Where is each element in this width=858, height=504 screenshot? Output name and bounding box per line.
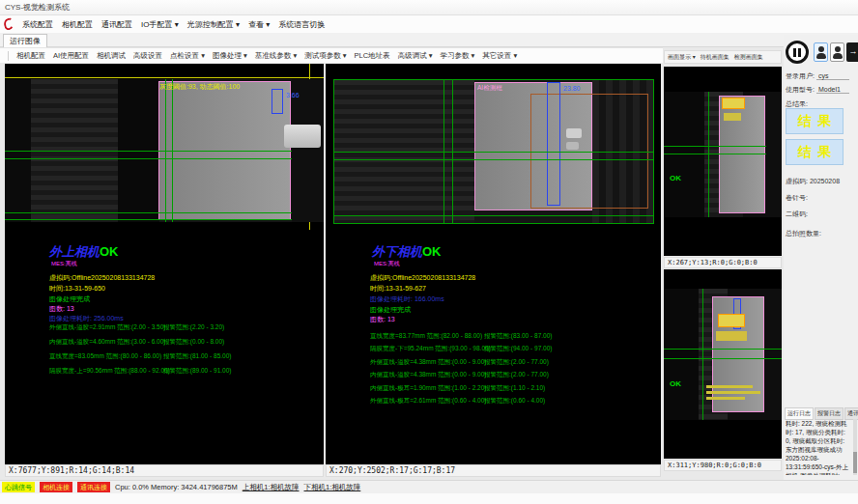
- menu-comm-config[interactable]: 通讯配置: [101, 19, 132, 30]
- capture-time: 时间:13-31-59-650: [49, 284, 105, 294]
- control-panel: → 登录用户: cys 使用型号: Model1 总结果: 结果 结果 虚拟码:…: [784, 35, 858, 480]
- result-ok: OK: [100, 244, 119, 259]
- menu-system-config[interactable]: 系统配置: [22, 19, 53, 30]
- right-camera-viewport[interactable]: AI检测框 23.80 外下相机OK MES:离线 虚拟码:Offline202…: [326, 64, 661, 464]
- camera-link-status-badge: 相机连接: [40, 482, 72, 492]
- tool-ai-use-config[interactable]: AI使用配置: [53, 51, 89, 61]
- tool-advanced-settings[interactable]: 高级设置: [133, 51, 162, 61]
- model-value: Model1: [816, 86, 849, 94]
- right-camera-pixel-info: X:270;Y:2502;R:17;G:17;B:17: [326, 464, 661, 477]
- exit-icon: →: [849, 46, 858, 56]
- tool-learn-params[interactable]: 学习参数 ▾: [440, 51, 474, 61]
- menu-camera-config[interactable]: 相机配置: [62, 19, 93, 30]
- measure-row: 内侧直线-溢胶=4.60mm 范围:(3.00 - 6.00)报警范围:(0.0…: [49, 338, 310, 347]
- measure-row: 隔膜宽度-上=90.56mm 范围:(88.00 - 92.00)报警范围:(8…: [49, 367, 310, 376]
- tool-camera-config[interactable]: 相机配置: [16, 51, 45, 61]
- camera-name: 外下相机: [372, 244, 422, 259]
- window-title: CYS-视觉检测系统: [5, 3, 70, 12]
- pin-number-label: 卷针号:: [786, 193, 808, 203]
- status-bar: 心跳信号 相机连接 通讯连接 Cpu: 0.0% Memory: 3424.41…: [0, 480, 858, 493]
- mes-note: MES:离线: [374, 260, 400, 268]
- pause-button[interactable]: [786, 41, 809, 64]
- log-scrollbar[interactable]: [853, 419, 857, 475]
- metal-glint: [566, 128, 582, 138]
- thumbnail1-pixel-info: X:267;Y:13;R:0;G:0;B:0: [664, 257, 782, 268]
- exit-button[interactable]: →: [846, 42, 858, 62]
- connector-part: [284, 125, 321, 148]
- threshold-label: 灰度阈值:93, 动态阈值:100: [159, 82, 240, 92]
- defect-highlight: [716, 331, 747, 341]
- frame-count: 图数: 13: [49, 304, 74, 314]
- process-elapsed: 图像处理耗时: 256.00ms: [49, 314, 124, 323]
- shot-count-label: 总拍照数量:: [786, 229, 821, 238]
- tab-run-image[interactable]: 运行图像: [3, 34, 47, 47]
- menu-light-config[interactable]: 光源控制配置 ▾: [187, 19, 240, 30]
- user-mode-button[interactable]: [830, 42, 844, 62]
- measure-tag: 23.80: [563, 85, 581, 92]
- camera-result-title: 外上相机OK: [49, 243, 119, 261]
- defect-highlight: [724, 113, 741, 121]
- window-footer: [0, 493, 858, 504]
- camera1-fault-warning: 上相机1:相机故障: [243, 483, 300, 492]
- user-mode-button-active[interactable]: [814, 42, 828, 62]
- camera-result-title: 外下相机OK: [372, 243, 442, 261]
- ai-detect-box-label: AI检测框: [477, 84, 502, 93]
- result-box-upper: 结果: [786, 108, 844, 134]
- menu-io-config[interactable]: IO手配置 ▾: [141, 19, 179, 30]
- virtual-code-value: 20250208: [810, 178, 840, 184]
- measure-roi-box: [272, 89, 283, 114]
- user-icon: [818, 46, 824, 52]
- menu-language-switch[interactable]: 系统语言切换: [278, 19, 325, 30]
- left-camera-image: 3.66 灰度阈值:93, 动态阈值:100: [5, 79, 324, 222]
- defect-highlight: [722, 98, 745, 109]
- thumbnail2-pixel-info: X:311;Y:980;R:0;G:0;B:0: [664, 460, 782, 471]
- login-user-value: cys: [816, 72, 849, 80]
- left-camera-viewport[interactable]: 3.66 灰度阈值:93, 动态阈值:100 外上相机OK MES:离线 虚拟码…: [5, 64, 324, 464]
- window-titlebar: CYS-视觉检测系统: [0, 0, 858, 15]
- app-logo-icon: [3, 16, 14, 31]
- thumbnail-camera-1[interactable]: OK: [664, 67, 782, 256]
- log-text: 耗时: 222, 瑕疵检测耗时: 17, 瑕疵分类耗时: 0, 瑕疵截取分区耗时…: [786, 419, 851, 475]
- tab-row: 运行图像: [0, 33, 858, 47]
- measure-tag: 3.66: [286, 92, 300, 98]
- user-icon: [835, 46, 841, 52]
- process-done: 图像处理完成: [370, 305, 411, 315]
- log-scrollbar-thumb[interactable]: [853, 452, 857, 473]
- camera2-fault-warning: 下相机1:相机故障: [304, 483, 361, 492]
- tool-bar: 相机配置 AI使用配置 相机调试 高级设置 点检设置 ▾ 图像处理 ▾ 基准线参…: [0, 47, 663, 63]
- tool-plc-address[interactable]: PLC地址表: [355, 51, 390, 61]
- measure-row: 外侧直线-溢胶=4.38mm 范围:(0.00 - 9.00)报警范围:(2.0…: [370, 358, 641, 367]
- tool-other-settings[interactable]: 其它设置 ▾: [482, 51, 517, 61]
- right-camera-image: AI检测框 23.80: [333, 79, 654, 224]
- measure-row: 隔膜宽度-下=95.24mm 范围:(93.00 - 98.00)报警范围:(9…: [370, 345, 641, 353]
- tool-advanced-debug[interactable]: 高级调试 ▾: [398, 51, 433, 61]
- mes-note: MES:离线: [51, 260, 77, 268]
- comm-link-status-badge: 通讯连接: [77, 482, 110, 492]
- menu-view[interactable]: 查看 ▾: [248, 19, 270, 30]
- thumbnail-toolbar: 画面显示 ▾ 待机画面集 检测画面集: [664, 50, 782, 64]
- result-ok: OK: [422, 244, 442, 259]
- left-camera-pixel-info: X:7677;Y:891;R:14;G:14;B:14: [5, 464, 324, 477]
- process-done: 图像处理完成: [49, 294, 90, 304]
- defect-highlight: [718, 314, 745, 327]
- tool-spot-check[interactable]: 点检设置 ▾: [170, 51, 205, 61]
- tool-test-params[interactable]: 测试项参数 ▾: [304, 51, 346, 61]
- overlay-text-lines: [706, 385, 753, 388]
- capture-time: 时间:13-31-59-627: [370, 284, 426, 294]
- tool-camera-debug[interactable]: 相机调试: [97, 51, 126, 61]
- thumb-view-select[interactable]: 画面显示 ▾: [668, 53, 696, 62]
- virtual-code: 虚拟码:Offline20250208133134728: [49, 273, 155, 283]
- frame-count: 图数: 13: [370, 315, 395, 324]
- qr-code-label: 二维码:: [786, 210, 808, 219]
- toolbar-separator: [8, 51, 9, 61]
- tool-image-process[interactable]: 图像处理 ▾: [213, 51, 247, 61]
- tool-baseline-params[interactable]: 基准线参数 ▾: [255, 51, 297, 61]
- model-field: 使用型号: Model1: [786, 85, 849, 95]
- cpu-memory-readout: Cpu: 0.0% Memory: 3424.41796875M: [115, 483, 238, 491]
- calibration-line-h: [5, 77, 324, 78]
- process-elapsed: 图像处理耗时: 166.00ms: [370, 294, 444, 304]
- thumbnail-camera-2[interactable]: OK: [664, 269, 782, 459]
- thumb-standby-set[interactable]: 待机画面集: [701, 53, 729, 62]
- metal-glint: [566, 142, 579, 150]
- thumb-detect-set[interactable]: 检测画面集: [734, 53, 763, 62]
